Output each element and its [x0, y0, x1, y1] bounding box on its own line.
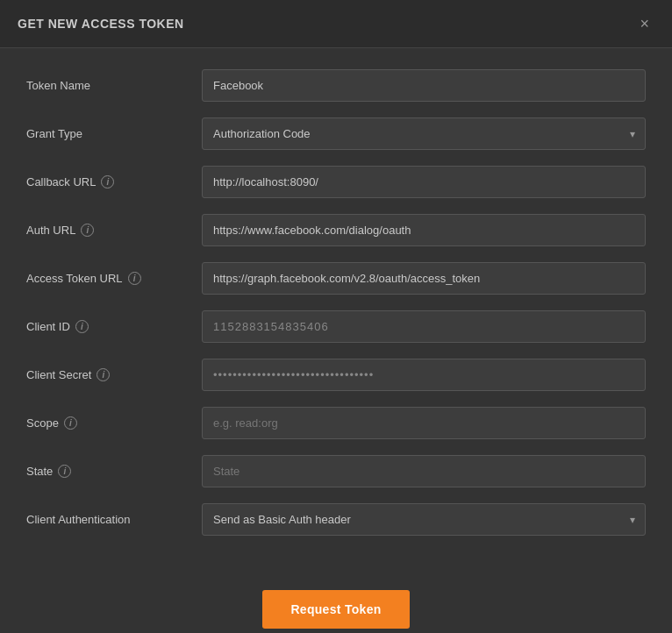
client-id-label: Client ID i — [26, 320, 202, 333]
grant-type-select[interactable]: Authorization Code Implicit Password Cre… — [202, 117, 646, 150]
callback-url-label: Callback URL i — [26, 175, 202, 188]
token-name-input[interactable] — [202, 69, 646, 102]
client-id-row: Client ID i — [26, 310, 646, 343]
client-secret-input[interactable] — [202, 359, 646, 391]
client-id-input[interactable] — [202, 310, 646, 343]
close-button[interactable]: × — [634, 14, 654, 33]
dialog-title: GET NEW ACCESS TOKEN — [18, 17, 184, 31]
callback-url-row: Callback URL i — [26, 166, 646, 198]
scope-input[interactable] — [202, 407, 646, 439]
client-authentication-label: Client Authentication — [26, 513, 202, 526]
token-name-label: Token Name — [26, 79, 202, 92]
auth-url-row: Auth URL i — [26, 214, 646, 246]
scope-info-icon: i — [64, 416, 77, 430]
client-authentication-select[interactable]: Send as Basic Auth header Send client cr… — [202, 503, 646, 536]
client-secret-label: Client Secret i — [26, 368, 202, 381]
access-token-url-info-icon: i — [128, 272, 141, 285]
request-token-button[interactable]: Request Token — [262, 590, 409, 629]
client-id-info-icon: i — [75, 320, 89, 333]
scope-row: Scope i — [26, 407, 646, 439]
grant-type-label: Grant Type — [26, 127, 202, 140]
state-row: State i — [26, 455, 646, 487]
dialog-header: GET NEW ACCESS TOKEN × — [0, 0, 672, 48]
access-token-url-row: Access Token URL i — [26, 262, 646, 295]
client-authentication-row: Client Authentication Send as Basic Auth… — [26, 503, 646, 536]
grant-type-select-wrapper: Authorization Code Implicit Password Cre… — [202, 117, 646, 150]
client-secret-info-icon: i — [97, 368, 110, 381]
auth-url-info-icon: i — [81, 224, 94, 237]
auth-url-input[interactable] — [202, 214, 646, 246]
state-label: State i — [26, 465, 202, 478]
scope-label: Scope i — [26, 416, 202, 430]
client-authentication-select-wrapper: Send as Basic Auth header Send client cr… — [202, 503, 646, 536]
callback-url-info-icon: i — [101, 175, 114, 188]
client-secret-row: Client Secret i — [26, 359, 646, 391]
token-name-row: Token Name — [26, 69, 646, 102]
get-new-access-token-dialog: GET NEW ACCESS TOKEN × Token Name Grant … — [0, 0, 672, 633]
dialog-body: Token Name Grant Type Authorization Code… — [0, 48, 672, 573]
state-input[interactable] — [202, 455, 646, 487]
access-token-url-input[interactable] — [202, 262, 646, 295]
auth-url-label: Auth URL i — [26, 224, 202, 237]
access-token-url-label: Access Token URL i — [26, 272, 202, 285]
callback-url-input[interactable] — [202, 166, 646, 198]
dialog-footer: Request Token — [0, 573, 672, 633]
state-info-icon: i — [58, 465, 71, 478]
grant-type-row: Grant Type Authorization Code Implicit P… — [26, 117, 646, 150]
